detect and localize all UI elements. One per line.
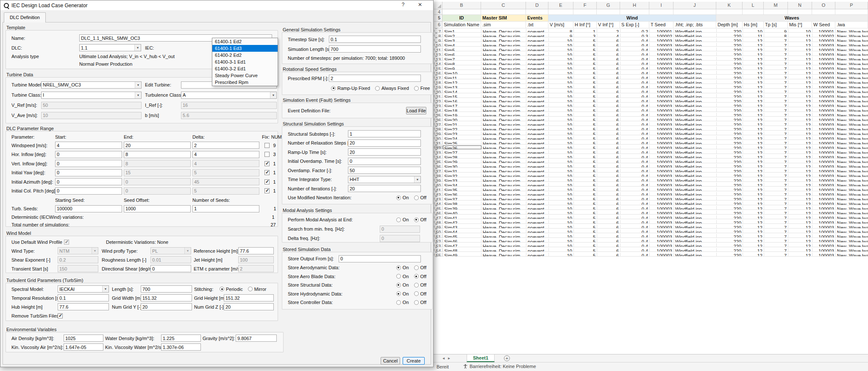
row-header[interactable]: 46 [434, 211, 443, 215]
cell[interactable]: 5 [574, 197, 597, 201]
cell[interactable]: 12 [743, 234, 764, 238]
row-header[interactable]: 17 [434, 75, 443, 79]
cell[interactable]: 100003 [812, 141, 836, 145]
column-header[interactable]: E [548, 2, 573, 9]
cell[interactable]: noevent [526, 155, 549, 159]
cell[interactable]: 0.4 [620, 113, 650, 117]
cell[interactable]: 7 [764, 178, 788, 182]
cell[interactable]: 12 [743, 206, 764, 210]
row-header[interactable]: 47 [434, 215, 443, 219]
row-header[interactable]: 31 [434, 141, 443, 145]
cell[interactable]: 6 [597, 94, 620, 98]
cell[interactable]: Heave_Decay.sim [481, 29, 526, 33]
cell[interactable]: 11 [743, 33, 764, 37]
cell[interactable]: 12 [743, 71, 764, 75]
cell[interactable]: 5 [574, 215, 597, 219]
cell[interactable]: 5 [574, 169, 597, 173]
cell[interactable]: 12 [788, 57, 812, 61]
cell[interactable]: New_Wave.lwa [836, 117, 868, 121]
turbsim-input[interactable] [224, 294, 274, 301]
cell[interactable]: New_Wave.lwa [836, 187, 868, 191]
cell[interactable]: 220 [717, 145, 743, 149]
cell[interactable]: 100003 [812, 159, 836, 163]
cell[interactable]: 5 [574, 150, 597, 154]
cell[interactable]: 100001 [650, 29, 674, 33]
cell[interactable] [716, 9, 743, 15]
param-start-input[interactable] [55, 151, 122, 158]
row-header[interactable]: 5 [434, 15, 442, 22]
cell[interactable]: noevent [526, 159, 549, 163]
cell[interactable]: New_Wave.lwa [836, 94, 868, 98]
cell[interactable]: Heave_Decay.sim [481, 127, 526, 131]
cell[interactable]: 6 [597, 75, 620, 79]
timestep-size-input[interactable] [329, 36, 421, 43]
cell[interactable]: Windfield.inp [674, 192, 717, 196]
cell[interactable]: 12 [788, 229, 812, 233]
column-sub-header[interactable]: .lwa [835, 22, 868, 28]
column-sub-header[interactable]: .txt [526, 22, 548, 28]
cell[interactable]: Heave_Decay.sim [481, 173, 526, 177]
cell[interactable]: 12 [743, 239, 764, 243]
sheet-tab-sheet1[interactable]: Sheet1 [467, 354, 495, 362]
cell[interactable]: 5 [574, 187, 597, 191]
param-fix-checkbox[interactable] [264, 188, 270, 193]
cell[interactable]: 10 [549, 80, 574, 84]
cell[interactable]: 5 [574, 89, 597, 93]
param-start-input[interactable] [55, 178, 122, 185]
column-sub-header[interactable]: Tp [s] [764, 22, 788, 28]
cell[interactable]: 10 [549, 225, 574, 229]
structural-input[interactable] [348, 130, 421, 137]
cell[interactable]: 7 [764, 201, 788, 205]
cell[interactable]: 100003 [650, 131, 674, 135]
cell[interactable]: Heave_Decay.sim [481, 145, 526, 149]
cell[interactable]: 5 [574, 206, 597, 210]
cell[interactable]: 6 [597, 145, 620, 149]
cell[interactable]: Windfield.inp [674, 47, 717, 51]
cell[interactable]: 12 [788, 178, 812, 182]
cell[interactable]: 10 [549, 113, 574, 117]
cell[interactable]: 100003 [812, 145, 836, 149]
cell[interactable]: Heave_Decay.sim [481, 108, 526, 112]
structural-input[interactable] [348, 158, 421, 165]
cell[interactable]: Sim35 [443, 187, 481, 191]
structural-input[interactable] [348, 148, 421, 156]
cell[interactable]: 6 [597, 141, 620, 145]
stitching-periodic-radio[interactable] [220, 287, 224, 291]
cell[interactable]: 6 [597, 47, 620, 51]
cell[interactable]: New_Wave.lwa [836, 33, 868, 37]
cell[interactable]: 6 [597, 206, 620, 210]
cell[interactable]: 9 [764, 29, 788, 33]
cell[interactable]: noevent [526, 131, 549, 135]
cell[interactable]: 6 [597, 52, 620, 56]
cell[interactable]: 100003 [812, 89, 836, 93]
cell[interactable]: Sim12 [443, 80, 481, 84]
row-header[interactable]: 7 [434, 29, 443, 33]
column-sub-header[interactable]: V Inf [°] [597, 22, 620, 28]
cell[interactable]: New_Wave.lwa [836, 178, 868, 182]
cell[interactable]: 12 [743, 211, 764, 215]
cell[interactable]: 12 [743, 66, 764, 70]
cell[interactable]: 12 [743, 178, 764, 182]
cell[interactable]: 100003 [650, 89, 674, 93]
cell[interactable]: Heave_Decay.sim [481, 47, 526, 51]
cell[interactable]: 0.4 [620, 52, 650, 56]
cell[interactable]: 100003 [812, 127, 836, 131]
cell[interactable]: 0.3 [620, 33, 650, 37]
cell[interactable]: 6 [597, 108, 620, 112]
cell[interactable]: 12 [788, 150, 812, 154]
cell[interactable]: 12 [743, 243, 764, 247]
cell[interactable]: 5 [574, 52, 597, 56]
cell[interactable]: 5 [574, 57, 597, 61]
cell[interactable]: 0.4 [620, 253, 650, 257]
load-file-button[interactable]: Load File [406, 107, 426, 114]
cell[interactable]: Windfield.inp [674, 248, 717, 252]
cell[interactable]: 12 [788, 225, 812, 229]
row-header[interactable]: 50 [434, 229, 443, 233]
cell[interactable]: noevent [526, 197, 549, 201]
cell[interactable]: 100003 [812, 80, 836, 84]
cell[interactable]: 100003 [650, 75, 674, 79]
cell[interactable]: 12 [743, 145, 764, 149]
cell[interactable]: 5 [574, 253, 597, 257]
cell[interactable]: Windfield.inp [674, 159, 717, 163]
cell[interactable]: 7 [764, 192, 788, 196]
